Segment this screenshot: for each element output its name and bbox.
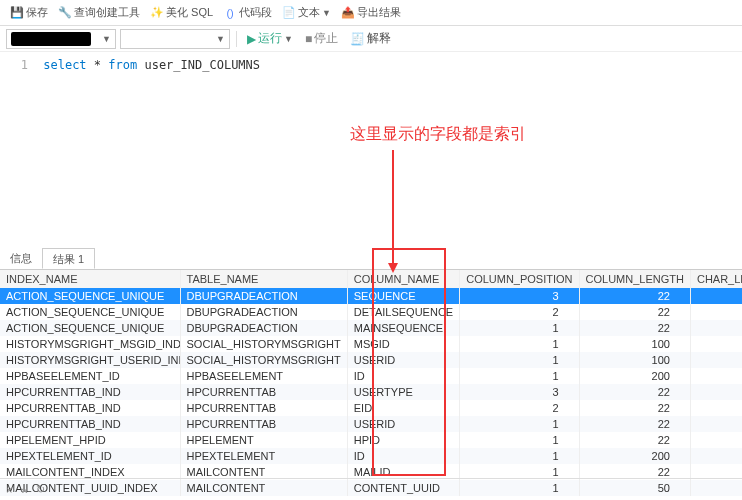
cell: 3: [460, 288, 579, 304]
chevron-down-icon: ▼: [216, 34, 225, 44]
cell: 100 ASC: [690, 352, 742, 368]
cell: HPID: [347, 432, 459, 448]
cell: 0 ASC: [690, 304, 742, 320]
save-button[interactable]: 💾保存: [6, 5, 52, 20]
code-snippet-button[interactable]: ()代码段: [219, 5, 276, 20]
cell: USERID: [347, 416, 459, 432]
tab-result[interactable]: 结果 1: [42, 248, 95, 269]
cell: USERID: [347, 352, 459, 368]
first-icon[interactable]: ×: [6, 484, 12, 496]
column-header[interactable]: TABLE_NAME: [180, 270, 347, 288]
column-header[interactable]: COLUMN_POSITION: [460, 270, 579, 288]
refresh-icon[interactable]: ↻: [36, 483, 45, 496]
export-button[interactable]: 📤导出结果: [337, 5, 405, 20]
explain-icon: 🧾: [350, 32, 365, 46]
cell: 3: [460, 384, 579, 400]
query-builder-button[interactable]: 🔧查询创建工具: [54, 5, 144, 20]
table-row[interactable]: HPBASEELEMENT_IDHPBASEELEMENTID1200200 A…: [0, 368, 742, 384]
cell: HPEXTELEMENT_ID: [0, 448, 180, 464]
table-row[interactable]: HISTORYMSGRIGHT_MSGID_INDEXSOCIAL_HISTOR…: [0, 336, 742, 352]
explain-button[interactable]: 🧾解释: [346, 30, 395, 47]
cell: SOCIAL_HISTORYMSGRIGHT: [180, 352, 347, 368]
cell: SOCIAL_HISTORYMSGRIGHT: [180, 336, 347, 352]
cell: ACTION_SEQUENCE_UNIQUE: [0, 320, 180, 336]
run-button[interactable]: ▶运行▼: [243, 30, 297, 47]
cell: 0 ASC: [690, 400, 742, 416]
tab-info[interactable]: 信息: [0, 248, 42, 269]
cell: 0 ASC: [690, 320, 742, 336]
cell: 200: [579, 368, 690, 384]
stop-button[interactable]: ■停止: [301, 30, 342, 47]
schema-dropdown[interactable]: ▼: [120, 29, 230, 49]
main-toolbar: 💾保存 🔧查询创建工具 ✨美化 SQL ()代码段 📄文本▼ 📤导出结果: [0, 0, 742, 26]
chevron-down-icon: ▼: [284, 34, 293, 44]
cell: 100 ASC: [690, 336, 742, 352]
save-label: 保存: [26, 5, 48, 20]
cell: HPCURRENTTAB: [180, 416, 347, 432]
stop-icon: ■: [305, 32, 312, 46]
cell: 22: [579, 304, 690, 320]
table-row[interactable]: HPCURRENTTAB_INDHPCURRENTTABUSERID1220 A…: [0, 416, 742, 432]
beautify-button[interactable]: ✨美化 SQL: [146, 5, 217, 20]
sql-editor[interactable]: 1 select * from user_IND_COLUMNS 这里显示的字段…: [0, 52, 742, 248]
cell: HPCURRENTTAB_IND: [0, 384, 180, 400]
cell: MAINSEQUENCE: [347, 320, 459, 336]
table-row[interactable]: HPEXTELEMENT_IDHPEXTELEMENTID1200200 ASC: [0, 448, 742, 464]
result-tabs: 信息 结果 1: [0, 248, 742, 270]
cell: HPCURRENTTAB: [180, 384, 347, 400]
column-header[interactable]: INDEX_NAME: [0, 270, 180, 288]
cell: 1: [460, 432, 579, 448]
prev-icon[interactable]: ‹‹: [20, 484, 27, 496]
export-icon: 📤: [341, 6, 355, 20]
table-row[interactable]: HPELEMENT_HPIDHPELEMENTHPID1220 ASC: [0, 432, 742, 448]
cell: DBUPGRADEACTION: [180, 304, 347, 320]
cell: HPCURRENTTAB_IND: [0, 416, 180, 432]
keyword-select: select: [43, 58, 86, 72]
explain-label: 解释: [367, 30, 391, 47]
connection-dropdown[interactable]: ▼: [6, 29, 116, 49]
table-row[interactable]: ACTION_SEQUENCE_UNIQUEDBUPGRADEACTIONMAI…: [0, 320, 742, 336]
cell: HISTORYMSGRIGHT_MSGID_INDEX: [0, 336, 180, 352]
table-row[interactable]: HISTORYMSGRIGHT_USERID_INDEXSOCIAL_HISTO…: [0, 352, 742, 368]
chevron-down-icon: ▼: [322, 8, 331, 18]
play-icon: ▶: [247, 32, 256, 46]
export-label: 导出结果: [357, 5, 401, 20]
cell: 2: [460, 400, 579, 416]
cell: SEQUENCE: [347, 288, 459, 304]
cell: ACTION_SEQUENCE_UNIQUE: [0, 288, 180, 304]
cell: HPBASEELEMENT: [180, 368, 347, 384]
cell: MSGID: [347, 336, 459, 352]
table-row[interactable]: HPCURRENTTAB_INDHPCURRENTTABEID2220 ASC: [0, 400, 742, 416]
cell: DBUPGRADEACTION: [180, 288, 347, 304]
table-row[interactable]: ACTION_SEQUENCE_UNIQUEDBUPGRADEACTIONDET…: [0, 304, 742, 320]
cell: 1: [460, 336, 579, 352]
cell: 1: [460, 448, 579, 464]
code-snippet-label: 代码段: [239, 5, 272, 20]
cell: ID: [347, 448, 459, 464]
cell: 22: [579, 400, 690, 416]
cell: 0 ASC: [690, 416, 742, 432]
line-number: 1: [8, 58, 28, 72]
table-name: user_IND_COLUMNS: [144, 58, 260, 72]
separator: [236, 31, 237, 47]
result-table-wrap[interactable]: INDEX_NAMETABLE_NAMECOLUMN_NAMECOLUMN_PO…: [0, 270, 742, 496]
cell: 1: [460, 320, 579, 336]
column-header[interactable]: COLUMN_LENGTH: [579, 270, 690, 288]
cell: 0 ASC: [690, 432, 742, 448]
cell: 200: [579, 448, 690, 464]
column-header[interactable]: COLUMN_NAME: [347, 270, 459, 288]
cell: HPCURRENTTAB: [180, 400, 347, 416]
cell: HISTORYMSGRIGHT_USERID_INDEX: [0, 352, 180, 368]
code-icon: (): [223, 6, 237, 20]
cell: 200 ASC: [690, 368, 742, 384]
cell: 1: [460, 352, 579, 368]
text-button[interactable]: 📄文本▼: [278, 5, 335, 20]
cell: 22: [579, 320, 690, 336]
beautify-label: 美化 SQL: [166, 5, 213, 20]
table-row[interactable]: ACTION_SEQUENCE_UNIQUEDBUPGRADEACTIONSEQ…: [0, 288, 742, 304]
save-icon: 💾: [10, 6, 24, 20]
table-row[interactable]: HPCURRENTTAB_INDHPCURRENTTABUSERTYPE3220…: [0, 384, 742, 400]
column-header[interactable]: CHAR_LENGTH DESCEN: [690, 270, 742, 288]
cell: HPEXTELEMENT: [180, 448, 347, 464]
cell: 100: [579, 352, 690, 368]
